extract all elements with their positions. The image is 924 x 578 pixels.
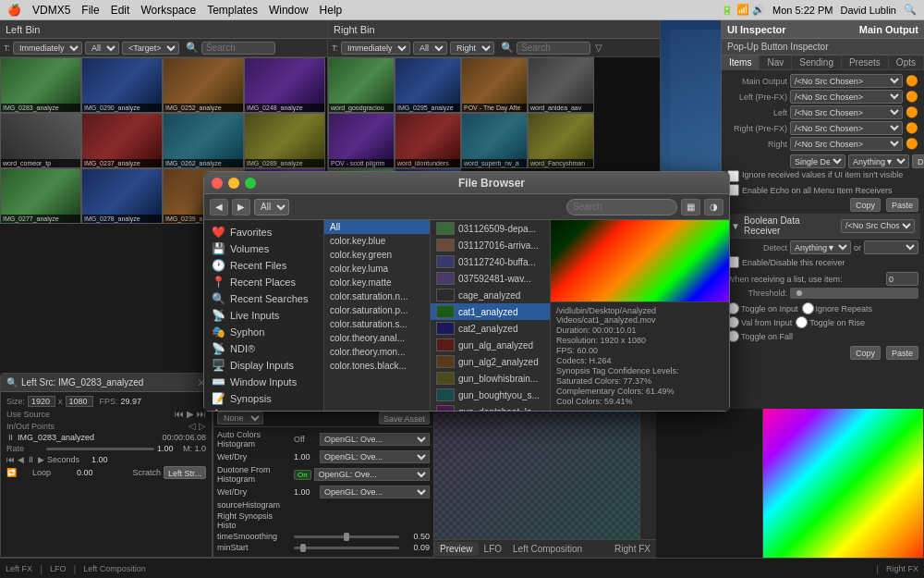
fb-col2-gun-bought[interactable]: gun_boughtyou_s... bbox=[431, 387, 550, 403]
thumb-0262[interactable]: IMG_0262_analyze bbox=[163, 113, 244, 168]
left-target[interactable]: <Target> bbox=[122, 42, 179, 55]
insp-threshold-slider[interactable] bbox=[790, 288, 918, 299]
right-thumb-7[interactable]: word_Fancyshman bbox=[528, 113, 594, 168]
fb-col1-color-tones-black[interactable]: color.tones.black... bbox=[324, 359, 430, 373]
insp-dropdown-left[interactable]: /<No Src Chosen> bbox=[790, 105, 903, 119]
fb-sidebar-ndi[interactable]: 📡 NDI® bbox=[204, 340, 323, 357]
inspector-copy-btn[interactable]: Copy bbox=[850, 198, 881, 212]
insp-detect-dropdown[interactable]: Anything▼ bbox=[790, 240, 851, 254]
fb-col2-gun-dont[interactable]: gun_dontshoot_la... bbox=[431, 403, 550, 411]
right-bin-extra-icon[interactable]: ▽ bbox=[595, 43, 602, 53]
fb-view-toggle[interactable]: ▦ bbox=[681, 199, 700, 215]
right-thumb-4[interactable]: POV - scott pilgrim bbox=[328, 113, 395, 168]
insp-single-de-dropdown[interactable]: Single De▼ bbox=[790, 154, 845, 168]
fb-col1-color-sat-n[interactable]: color.saturation.n... bbox=[324, 289, 430, 303]
menu-workspace[interactable]: Workspace bbox=[140, 4, 196, 17]
menu-window[interactable]: Window bbox=[269, 4, 309, 17]
fx-dropdown-wet-dry-1[interactable]: OpenGL: Ove... bbox=[320, 450, 430, 463]
fb-col1-color-key-luma[interactable]: color.key.luma bbox=[324, 262, 430, 276]
right-bin-search[interactable] bbox=[517, 42, 590, 55]
thumb-0277[interactable]: IMG_0277_analyze bbox=[0, 168, 81, 224]
insp-radio-toggle-rise[interactable]: Toggle on Rise bbox=[796, 316, 865, 328]
fb-col2-cage[interactable]: cage_analyzed bbox=[431, 287, 550, 303]
inspector-tab-items[interactable]: Items bbox=[722, 55, 760, 69]
fb-col1-color-sat-p[interactable]: color.saturation.p... bbox=[324, 303, 430, 317]
right-thumb-0[interactable]: word_goodgraciou bbox=[328, 57, 395, 113]
fb-sidebar-recent-searches[interactable]: 🔍 Recent Searches bbox=[204, 290, 323, 307]
fb-col2-031126[interactable]: 031126509-depa... bbox=[431, 220, 550, 237]
inspector-copy-btn-2[interactable]: Copy bbox=[850, 346, 881, 360]
right-thumb-5[interactable]: word_idontunders bbox=[395, 113, 461, 168]
thumb-0252[interactable]: IMG_0252_analyze bbox=[163, 57, 244, 113]
fb-col2-031127-2[interactable]: 031127240-buffa... bbox=[431, 253, 550, 270]
bottom-tab-preview[interactable]: Preview bbox=[434, 542, 479, 556]
fb-col1-color-theory-mon[interactable]: color.theory.mon... bbox=[324, 345, 430, 359]
bottom-tab-left-comp[interactable]: Left Composition bbox=[507, 542, 588, 556]
insp-radio-toggle-fall[interactable]: Toggle on Fall bbox=[727, 330, 793, 342]
inspector-paste-btn[interactable]: Paste bbox=[886, 198, 918, 212]
thumb-0237[interactable]: IMG_0237_analyze bbox=[81, 113, 163, 168]
fb-sidebar-syphon[interactable]: 🎭 Syphon bbox=[204, 324, 323, 340]
thumb-0283[interactable]: IMG_0283_analyze bbox=[0, 57, 81, 113]
bottom-tab-lfo[interactable]: LFO bbox=[479, 542, 507, 556]
inspector-tab-sending[interactable]: Sending bbox=[792, 55, 842, 69]
left-crossfade[interactable]: All bbox=[85, 42, 119, 55]
insp-dropdown-right-prefx[interactable]: /<No Src Chosen> bbox=[790, 121, 903, 135]
left-stra-btn[interactable]: Left Str... bbox=[164, 466, 206, 479]
fb-sidebar-isf[interactable]: 🔌 ISF Sources bbox=[204, 407, 323, 411]
inspector-tab-nav[interactable]: Nav bbox=[760, 55, 792, 69]
insp-radio-ignore-repeats[interactable]: Ignore Repeats bbox=[802, 302, 873, 314]
fx-dropdown-wet-dry-2[interactable]: OpenGL: Ove... bbox=[320, 486, 430, 498]
timesmoothing-slider[interactable] bbox=[294, 535, 399, 538]
play-btn[interactable]: ⏸ bbox=[6, 433, 15, 442]
fb-minimize-button[interactable] bbox=[228, 178, 239, 189]
fb-maximize-button[interactable] bbox=[245, 178, 256, 189]
fb-col2-gun-alg[interactable]: gun_alg_analyzed bbox=[431, 337, 550, 353]
menu-templates[interactable]: Templates bbox=[207, 4, 258, 17]
bottom-tab-right-fx[interactable]: Right FX bbox=[609, 542, 656, 556]
insp-or-dropdown[interactable] bbox=[864, 240, 918, 254]
insp-list-item-input[interactable] bbox=[886, 272, 918, 286]
right-thumb-6[interactable]: word_superb_rw_a bbox=[461, 113, 528, 168]
none-dots-dropdown[interactable]: None Dots bbox=[217, 412, 263, 424]
menu-vdmx5[interactable]: VDMX5 bbox=[32, 4, 70, 17]
thumb-0248[interactable]: IMG_0248_analyze bbox=[244, 57, 325, 113]
fx-dropdown-auto[interactable]: OpenGL: Ove... bbox=[320, 433, 430, 446]
insp-radio-val-from-input[interactable]: Val from Input bbox=[727, 316, 792, 328]
rewind-small[interactable]: ⏮ bbox=[6, 455, 15, 464]
apple-menu[interactable]: 🍎 bbox=[7, 4, 21, 17]
minstart-slider[interactable] bbox=[294, 547, 399, 549]
right-thumb-2[interactable]: POV - The Day Afte bbox=[461, 57, 528, 113]
insp-boolean-dropdown[interactable]: /<No Src Chosen> bbox=[841, 219, 915, 233]
step-fwd[interactable]: ▶ bbox=[38, 455, 44, 464]
fb-sidebar-recent-files[interactable]: 🕐 Recent Files bbox=[204, 257, 323, 274]
fb-col2-031127-1[interactable]: 031127016-arriva... bbox=[431, 237, 550, 253]
fb-close-button[interactable] bbox=[212, 178, 223, 189]
left-bin-search[interactable] bbox=[201, 42, 275, 55]
fb-col2-gun-blow[interactable]: gun_blowhisbrain... bbox=[431, 370, 550, 387]
fb-sidebar-window-inputs[interactable]: ⌨️ Window Inputs bbox=[204, 374, 323, 390]
fb-nav-forward[interactable]: ▶ bbox=[232, 199, 250, 215]
fb-sidebar-favorites[interactable]: ❤️ Favorites bbox=[204, 224, 323, 240]
fb-search-input[interactable] bbox=[566, 199, 677, 215]
fb-col1-color-key-matte[interactable]: color.key.matte bbox=[324, 276, 430, 289]
save-asset-btn[interactable]: Save Asset bbox=[379, 412, 430, 424]
insp-dropdown-main-output[interactable]: /<No Src Chosen> bbox=[790, 74, 903, 88]
fb-all-dropdown[interactable]: All bbox=[254, 199, 289, 215]
fb-col2-gun-alg2[interactable]: gun_alg2_analyzed bbox=[431, 353, 550, 370]
inspector-detect-btn[interactable]: Detect bbox=[912, 154, 924, 168]
inspector-paste-btn-2[interactable]: Paste bbox=[886, 346, 918, 360]
fb-sidebar-recent-places[interactable]: 📍 Recent Places bbox=[204, 274, 323, 290]
fb-sidebar-live-inputs[interactable]: 📡 Live Inputs bbox=[204, 307, 323, 324]
insp-dropdown-right[interactable]: /<No Src Chosen> bbox=[790, 137, 903, 151]
thumb-0290[interactable]: IMG_0290_analyze bbox=[81, 57, 163, 113]
step-back[interactable]: ◀ bbox=[18, 455, 24, 464]
fb-col2-cat1[interactable]: cat1_analyzed bbox=[431, 303, 550, 320]
fb-sidebar-synopsis[interactable]: 📝 Synopsis bbox=[204, 390, 323, 407]
insp-anything-dropdown[interactable]: Anything▼ bbox=[848, 154, 909, 168]
insp-dropdown-left-prefx[interactable]: /<No Src Chosen> bbox=[790, 90, 903, 104]
menu-edit[interactable]: Edit bbox=[111, 4, 130, 17]
right-trigger-mode[interactable]: Immediately bbox=[341, 42, 410, 55]
inspector-tab-opts[interactable]: Opts bbox=[889, 55, 924, 69]
size-width[interactable]: 1920 bbox=[28, 396, 55, 407]
